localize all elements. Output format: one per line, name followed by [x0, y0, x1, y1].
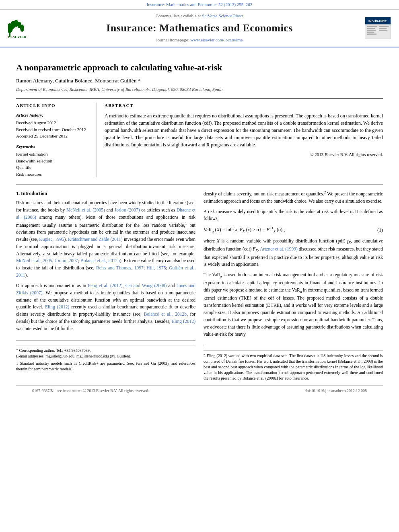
journal-citation: Insurance: Mathematics and Economics 52 … [147, 2, 253, 7]
svg-rect-18 [379, 28, 387, 29]
right-para2: A risk measure widely used to quantify t… [204, 208, 383, 223]
doi-info: doi:10.1016/j.insmatheco.2012.12.008 [305, 388, 367, 394]
intro-heading: 1. Introduction [16, 190, 195, 197]
article-info-abstract-section: ARTICLE INFO Article history: Received A… [16, 98, 383, 177]
footnotes-content: * Corresponding author. Tel.: +34 934037… [16, 345, 195, 372]
page: Insurance: Mathematics and Economics 52 … [0, 0, 399, 532]
article-history-label: Article history: [16, 112, 90, 118]
svg-text:ELSEVIER: ELSEVIER [8, 35, 27, 38]
received-date: Received August 2012 [16, 119, 90, 126]
insurance-logo-box: INSURANCE [365, 17, 391, 39]
homepage-link[interactable]: www.elsevier.com/locate/ime [190, 37, 243, 42]
svg-rect-16 [367, 34, 376, 35]
accepted-date: Accepted 25 December 2012 [16, 133, 90, 140]
svg-text:INSURANCE: INSURANCE [368, 20, 387, 23]
footnote-divider [16, 341, 195, 341]
footnote-1: 1 Standard industry models such as Credi… [16, 361, 195, 372]
main-content: A nonparametric approach to calculating … [0, 47, 399, 409]
sciverse-line: Contents lists available at SciVerse Sci… [40, 13, 359, 19]
cai-link[interactable]: Cai and Wang (2008) [125, 283, 167, 288]
footnote-divider-right [204, 346, 383, 346]
intro-para2: Our approach is nonparametric as in Peng… [16, 282, 195, 333]
bottom-bar: 0167-6687/$ – see front matter © 2013 El… [16, 385, 383, 396]
abstract-section: ABSTRACT A method to estimate an extreme… [105, 103, 383, 177]
artzner-link[interactable]: Artzner et al. (1999) [260, 246, 298, 251]
jorion-link[interactable]: Jorion (2007) [115, 207, 140, 212]
hill-link[interactable]: Hill, 1975 [146, 265, 166, 270]
article-info-heading: ARTICLE INFO [16, 103, 90, 109]
abstract-text: A method to estimate an extreme quantile… [105, 112, 383, 148]
mcneil2-link[interactable]: McNeil et al., 2005 [16, 258, 52, 263]
footnotes-left: * Corresponding author. Tel.: +34 934037… [16, 341, 195, 372]
article-title: A nonparametric approach to calculating … [16, 62, 383, 74]
authors: Ramon Alemany, Catalina Bolancé, Montser… [16, 77, 383, 85]
copyright: © 2013 Elsevier B.V. All rights reserved… [105, 152, 383, 158]
svg-rect-14 [367, 30, 376, 31]
equation-content: VaRα (X) = inf {x, FX (x) ≥ α} = F−1X (α… [204, 226, 377, 234]
journal-header: ELSEVIER Contents lists available at Sci… [0, 10, 399, 47]
keyword-risk: Risk measures [16, 171, 90, 178]
peng-link[interactable]: Peng et al. (2012) [88, 283, 123, 288]
kupiec-link[interactable]: Kupiec, 1995 [39, 237, 64, 242]
reiss-link[interactable]: Reiss and Thomas, 1997 [96, 265, 144, 270]
issn-info: 0167-6687/$ – see front matter © 2013 El… [32, 388, 149, 394]
keyword-quantile: Quantile [16, 164, 90, 171]
svg-rect-15 [367, 32, 374, 33]
eling-link[interactable]: Eling (2012) [45, 304, 69, 309]
body-left-column: 1. Introduction Risk measures and their … [16, 190, 195, 381]
intro-para1: Risk measures and their mathematical pro… [16, 199, 195, 279]
affiliation: Department of Econometrics, Riskcenter-I… [16, 86, 383, 92]
svg-rect-17 [379, 26, 389, 27]
jorion2-link[interactable]: Jorion, 2007 [55, 258, 78, 263]
mcneil-link[interactable]: McNeil et al. (2005) [66, 207, 105, 212]
svg-rect-12 [367, 26, 377, 27]
footnote-email: E-mail addresses: mguillen@ub.edu, mguil… [16, 353, 195, 359]
svg-rect-13 [367, 28, 375, 29]
article-info: ARTICLE INFO Article history: Received A… [16, 103, 97, 177]
kratschmer-link[interactable]: Krätschmer and Zähle (2011) [68, 237, 123, 242]
equation-1: VaRα (X) = inf {x, FX (x) ≥ α} = F−1X (α… [204, 226, 383, 234]
article-dates: Received August 2012 Received in revised… [16, 119, 90, 140]
bolance2-link[interactable]: Bolancé et al., 2012b [144, 312, 187, 316]
dhaene-link[interactable]: Dhaene et al. (2006) [16, 207, 195, 220]
elsevier-logo: ELSEVIER [8, 16, 40, 40]
right-para1: density of claims severity, not on risk … [204, 190, 383, 205]
eling2-link[interactable]: Eling (2012) [172, 319, 195, 324]
abstract-heading: ABSTRACT [105, 103, 383, 109]
equation-number: (1) [377, 226, 383, 234]
revised-date: Received in revised form October 2012 [16, 126, 90, 133]
keywords-label: Keywords: [16, 144, 90, 150]
journal-title: Insurance: Mathematics and Economics [40, 21, 359, 35]
svg-point-5 [20, 25, 24, 32]
bolance-link[interactable]: Bolancé et al., 2012b [80, 258, 120, 263]
body-right-column: density of claims severity, not on risk … [204, 190, 383, 381]
svg-rect-19 [379, 30, 387, 31]
sciverse-link[interactable]: SciVerse ScienceDirect [202, 13, 243, 18]
right-para3: where X is a random variable with probab… [204, 238, 383, 268]
journal-citation-bar: Insurance: Mathematics and Economics 52 … [0, 0, 399, 10]
keyword-bandwidth: Bandwidth selection [16, 158, 90, 164]
journal-homepage: journal homepage: www.elsevier.com/locat… [40, 37, 359, 43]
body-section: 1. Introduction Risk measures and their … [16, 185, 383, 381]
footnote-2: 2 Eling (2012) worked with two empirical… [204, 353, 383, 381]
footnote-star: * Corresponding author. Tel.: +34 934037… [16, 348, 195, 353]
journal-center: Contents lists available at SciVerse Sci… [40, 13, 359, 43]
footnotes-right: 2 Eling (2012) worked with two empirical… [204, 346, 383, 381]
insurance-logo: INSURANCE [359, 17, 391, 39]
right-para4: The VaRα is used both as an internal ris… [204, 271, 383, 338]
keywords-section: Keywords: Kernel estimation Bandwidth se… [16, 144, 90, 177]
keyword-kernel: Kernel estimation [16, 151, 90, 158]
footnote-2-content: 2 Eling (2012) worked with two empirical… [204, 350, 383, 381]
